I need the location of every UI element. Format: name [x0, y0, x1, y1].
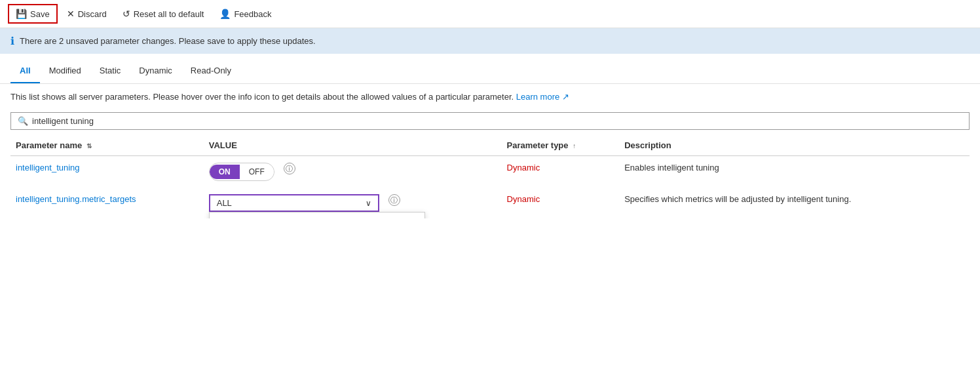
- param-description-cell: Enables intelligent tuning: [619, 156, 970, 188]
- toggle-switch[interactable]: ON OFF: [209, 163, 274, 181]
- dropdown-current-value: ALL: [217, 198, 232, 208]
- search-container: 🔍: [0, 107, 980, 135]
- reset-button[interactable]: ↺ Reset all to default: [116, 5, 211, 22]
- value-cell-toggle: ON OFF ⓘ: [209, 163, 497, 181]
- description-content: This list shows all server parameters. P…: [10, 92, 514, 102]
- table-container: Parameter name ⇅ VALUE Parameter type ↑ …: [0, 135, 980, 218]
- col-header-name: Parameter name ⇅: [10, 135, 204, 156]
- search-icon: 🔍: [18, 116, 28, 126]
- toolbar: 💾 Save ✕ Discard ↺ Reset all to default …: [0, 0, 980, 28]
- param-value-cell-2: ALL ∨ STORAGE-BGWRITER_DELAY: [204, 188, 502, 218]
- tab-modified[interactable]: Modified: [40, 59, 90, 83]
- tab-static[interactable]: Static: [90, 59, 130, 83]
- dropdown-container: ALL ∨ STORAGE-BGWRITER_DELAY: [209, 194, 379, 212]
- dropdown-select[interactable]: ALL ∨: [209, 194, 379, 212]
- learn-more-link[interactable]: Learn more ↗: [516, 92, 569, 102]
- discard-label: Discard: [78, 9, 107, 19]
- toggle-info-icon[interactable]: ⓘ: [284, 163, 295, 174]
- parameters-table: Parameter name ⇅ VALUE Parameter type ↑ …: [10, 135, 970, 218]
- dropdown-arrow-icon: ∨: [366, 199, 371, 208]
- value-cell-dropdown: ALL ∨ STORAGE-BGWRITER_DELAY: [209, 194, 497, 212]
- param-type-cell-2: Dynamic: [502, 188, 620, 218]
- col-header-description: Description: [619, 135, 970, 156]
- table-row: intelligent_tuning.metric_targets ALL ∨: [10, 188, 970, 218]
- dropdown-menu: STORAGE-BGWRITER_DELAY STORAGE-CHECKPOIN…: [209, 212, 425, 218]
- sort-name-icon[interactable]: ⇅: [86, 142, 92, 150]
- table-header-row: Parameter name ⇅ VALUE Parameter type ↑ …: [10, 135, 970, 156]
- toggle-on-option[interactable]: ON: [210, 165, 240, 179]
- feedback-label: Feedback: [234, 9, 271, 19]
- table-row: intelligent_tuning ON OFF ⓘ Dynamic Enab…: [10, 156, 970, 188]
- param-link-intelligent-tuning[interactable]: intelligent_tuning: [16, 163, 80, 173]
- search-box: 🔍: [10, 112, 970, 130]
- discard-icon: ✕: [67, 9, 75, 19]
- checkbox-storage-bgwriter[interactable]: [217, 218, 227, 219]
- learn-more-text: Learn more: [516, 92, 559, 102]
- param-name-cell: intelligent_tuning: [10, 156, 204, 188]
- param-name-cell-2: intelligent_tuning.metric_targets: [10, 188, 204, 218]
- info-banner: ℹ There are 2 unsaved parameter changes.…: [0, 28, 980, 54]
- param-type-cell: Dynamic: [502, 156, 620, 188]
- discard-button[interactable]: ✕ Discard: [60, 5, 113, 22]
- info-icon: ℹ: [10, 35, 14, 47]
- banner-message: There are 2 unsaved parameter changes. P…: [20, 36, 316, 46]
- dropdown-item-label: STORAGE-BGWRITER_DELAY: [233, 218, 356, 218]
- save-button[interactable]: 💾 Save: [8, 4, 58, 24]
- description-text: This list shows all server parameters. P…: [0, 84, 980, 107]
- tab-readonly[interactable]: Read-Only: [181, 59, 240, 83]
- dropdown-info-icon[interactable]: ⓘ: [388, 194, 400, 206]
- sort-type-icon[interactable]: ↑: [573, 142, 576, 150]
- feedback-button[interactable]: 👤 Feedback: [213, 5, 278, 22]
- param-link-metric-targets[interactable]: intelligent_tuning.metric_targets: [16, 194, 136, 204]
- search-input[interactable]: [32, 116, 962, 126]
- param-value-cell: ON OFF ⓘ: [204, 156, 502, 188]
- tab-dynamic[interactable]: Dynamic: [130, 59, 181, 83]
- col-header-type: Parameter type ↑: [502, 135, 620, 156]
- external-link-icon: ↗: [562, 92, 569, 102]
- tabs-container: All Modified Static Dynamic Read-Only: [0, 59, 980, 84]
- col-header-value: VALUE: [204, 135, 502, 156]
- reset-icon: ↺: [122, 9, 130, 19]
- reset-label: Reset all to default: [134, 9, 204, 19]
- tab-all[interactable]: All: [10, 59, 40, 83]
- param-description-cell-2: Specifies which metrics will be adjusted…: [619, 188, 970, 218]
- save-label: Save: [30, 9, 50, 19]
- feedback-icon: 👤: [219, 9, 231, 19]
- save-icon: 💾: [16, 9, 27, 19]
- toggle-off-option[interactable]: OFF: [240, 165, 274, 179]
- dropdown-item-storage-bgwriter[interactable]: STORAGE-BGWRITER_DELAY: [210, 213, 424, 218]
